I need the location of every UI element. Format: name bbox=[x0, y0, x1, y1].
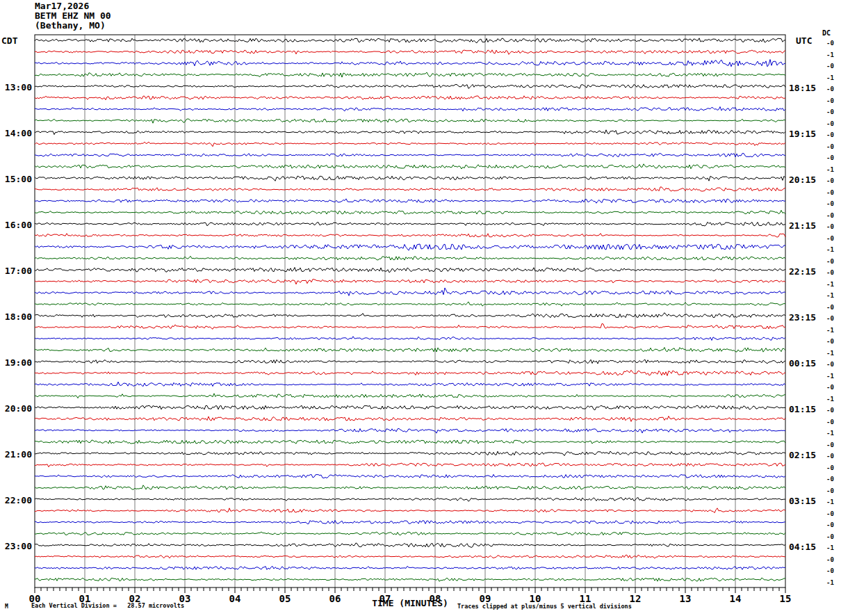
seismogram-trace bbox=[35, 130, 785, 135]
dc-value: -0 bbox=[826, 510, 834, 517]
seismogram-trace bbox=[35, 313, 785, 318]
cdt-hour-label: 16:00 bbox=[0, 220, 32, 230]
seismogram-trace bbox=[35, 532, 785, 535]
seismogram-trace bbox=[35, 555, 785, 558]
seismogram-trace bbox=[35, 288, 785, 295]
seismogram-trace bbox=[35, 211, 785, 215]
seismogram-trace bbox=[35, 405, 785, 410]
seismogram-trace bbox=[35, 84, 785, 88]
minute-label: 01 bbox=[79, 593, 91, 604]
dc-value: -0 bbox=[826, 556, 834, 563]
seismogram-trace bbox=[35, 543, 785, 548]
seismogram-trace bbox=[35, 268, 785, 273]
cdt-hour-label: 22:00 bbox=[0, 495, 32, 505]
seismogram-trace bbox=[35, 119, 785, 123]
cdt-hour-label: 21:00 bbox=[0, 449, 32, 460]
seismogram-trace bbox=[35, 154, 785, 157]
helicorder-plot bbox=[0, 0, 841, 616]
dc-value: -1 bbox=[826, 579, 834, 586]
cdt-hour-label: 20:00 bbox=[0, 403, 32, 414]
minute-label: 14 bbox=[730, 593, 742, 604]
seismogram-trace bbox=[35, 244, 785, 250]
dc-value: -0 bbox=[826, 487, 834, 494]
utc-hour-label: 00:15 bbox=[789, 358, 816, 368]
seismogram-trace bbox=[35, 222, 785, 226]
dc-value: -1 bbox=[826, 373, 834, 380]
vertical-division-note: Each Vertical Division = 28.57 microvolt… bbox=[31, 602, 184, 609]
dc-value: -0 bbox=[826, 384, 834, 391]
dc-value: -0 bbox=[826, 97, 834, 104]
cdt-hour-label: 13:00 bbox=[0, 82, 32, 92]
seismogram-trace bbox=[35, 199, 785, 203]
utc-hour-label: 02:15 bbox=[789, 450, 816, 460]
cdt-hour-label: 18:00 bbox=[0, 311, 32, 322]
minute-label: 13 bbox=[680, 593, 692, 604]
cdt-hour-label: 17:00 bbox=[0, 266, 32, 276]
seismogram-trace bbox=[35, 416, 785, 422]
seismogram-trace bbox=[35, 485, 785, 489]
utc-hour-label: 03:15 bbox=[789, 496, 816, 506]
watermark-glyph: M bbox=[5, 603, 8, 610]
utc-hour-label: 19:15 bbox=[789, 129, 816, 139]
dc-value: -0 bbox=[826, 189, 834, 196]
dc-value: -0 bbox=[826, 200, 834, 207]
seismogram-trace bbox=[35, 359, 785, 364]
dc-value: -0 bbox=[826, 407, 834, 414]
minute-label: 04 bbox=[229, 593, 241, 604]
dc-value: -0 bbox=[826, 177, 834, 184]
dc-value: -0 bbox=[826, 212, 834, 219]
dc-value: -0 bbox=[826, 131, 834, 138]
minute-label: 03 bbox=[179, 593, 191, 604]
seismogram-trace bbox=[35, 440, 785, 444]
dc-value: -0 bbox=[826, 86, 834, 92]
dc-value: -0 bbox=[826, 464, 834, 471]
dc-value: -1 bbox=[826, 51, 834, 58]
seismogram-trace bbox=[35, 463, 785, 467]
seismogram-trace bbox=[35, 187, 785, 191]
seismogram-trace bbox=[35, 96, 785, 100]
dc-value: -0 bbox=[826, 521, 834, 528]
helicorder-page: Mar17,2026 BETM EHZ NM 00 (Bethany, MO) … bbox=[0, 0, 841, 616]
seismogram-trace bbox=[35, 38, 785, 43]
seismogram-trace bbox=[35, 348, 785, 352]
seismogram-trace bbox=[35, 370, 785, 375]
dc-value: -0 bbox=[826, 223, 834, 230]
utc-hour-label: 20:15 bbox=[789, 175, 816, 185]
dc-value: -1 bbox=[826, 292, 834, 299]
dc-value: -1 bbox=[826, 281, 834, 288]
dc-value: -1 bbox=[826, 350, 834, 357]
minute-label: 00 bbox=[29, 593, 41, 604]
minute-label: 05 bbox=[279, 593, 291, 604]
seismogram-trace bbox=[35, 164, 785, 169]
seismogram-trace bbox=[35, 382, 785, 386]
dc-value: -0 bbox=[826, 533, 834, 540]
seismogram-trace bbox=[35, 302, 785, 306]
utc-hour-label: 22:15 bbox=[789, 266, 816, 277]
seismogram-trace bbox=[35, 474, 785, 478]
dc-value: -0 bbox=[826, 453, 834, 460]
minute-label: 08 bbox=[430, 593, 441, 604]
dc-value: -0 bbox=[826, 269, 834, 276]
seismogram-trace bbox=[35, 508, 785, 513]
dc-value: -0 bbox=[826, 338, 834, 345]
utc-hour-label: 21:15 bbox=[789, 220, 816, 231]
cdt-hour-label: 19:00 bbox=[0, 357, 32, 368]
dc-value: -1 bbox=[826, 430, 834, 437]
minute-label: 11 bbox=[580, 593, 591, 604]
dc-value: -0 bbox=[826, 154, 834, 161]
dc-value: -0 bbox=[826, 63, 834, 70]
seismogram-trace bbox=[35, 394, 785, 398]
dc-value: -1 bbox=[826, 499, 834, 505]
seismogram-trace bbox=[35, 256, 785, 260]
seismogram-trace bbox=[35, 428, 785, 433]
dc-value: -0 bbox=[826, 567, 834, 574]
minute-label: 09 bbox=[480, 593, 491, 604]
dc-value: -0 bbox=[826, 258, 834, 265]
utc-hour-label: 04:15 bbox=[789, 542, 816, 552]
dc-value: -0 bbox=[826, 120, 834, 127]
seismogram-trace bbox=[35, 72, 785, 77]
seismogram-trace bbox=[35, 337, 785, 341]
plot-frame bbox=[35, 35, 785, 587]
seismogram-traces bbox=[35, 38, 785, 581]
seismogram-trace bbox=[35, 566, 785, 569]
